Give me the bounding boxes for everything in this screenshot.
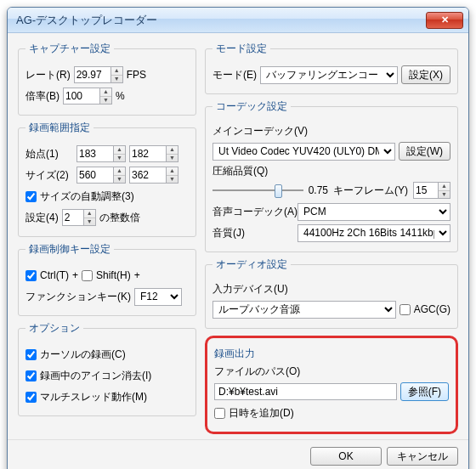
path-input[interactable]	[214, 383, 397, 400]
quality-value: 0.75	[309, 184, 328, 196]
size-h-input[interactable]	[129, 167, 167, 184]
main-codec-label: メインコーデック(V)	[212, 124, 450, 138]
start-y-input[interactable]	[129, 145, 167, 162]
codec-group: コーデック設定 メインコーデック(V) Ut Video Codec YUV42…	[205, 99, 458, 252]
setting-spinner[interactable]: ▲▼	[84, 209, 96, 226]
close-button[interactable]: ✕	[426, 12, 463, 29]
date-checkbox-label[interactable]: 日時を追加(D)	[214, 406, 294, 421]
keyframe-input[interactable]	[413, 182, 439, 199]
scale-input[interactable]	[63, 88, 100, 105]
fn-select[interactable]: F12	[134, 288, 182, 306]
left-column: キャプチャー設定 レート(R) ▲▼ FPS 倍率(B) ▲▼ %	[18, 42, 196, 434]
multi-checkbox-label[interactable]: マルチスレッド動作(M)	[26, 390, 147, 404]
window-title: AG-デスクトップレコーダー	[13, 13, 426, 28]
auto-size-checkbox-label[interactable]: サイズの自動調整(3)	[26, 189, 134, 204]
agc-checkbox-label[interactable]: AGC(G)	[400, 303, 450, 315]
rate-input[interactable]	[74, 66, 111, 83]
shift-checkbox-label[interactable]: Shift(H)	[82, 269, 131, 281]
shift-text: Shift(H)	[96, 269, 131, 281]
path-label: ファイルのパス(O)	[214, 364, 449, 379]
scale-spinner[interactable]: ▲▼	[100, 88, 112, 105]
size-w-input[interactable]	[76, 167, 114, 184]
mode-label: モード(E)	[212, 68, 257, 82]
setting-label: 設定(4)	[26, 211, 59, 225]
output-legend: 録画出力	[214, 347, 449, 361]
icon-checkbox[interactable]	[26, 370, 37, 381]
mode-select[interactable]: バッファリングエンコード	[260, 66, 398, 84]
mode-group: モード設定 モード(E) バッファリングエンコード 設定(X)	[205, 42, 458, 94]
input-device-select[interactable]: ループバック音源	[212, 301, 396, 319]
ctrl-text: Ctrl(T)	[40, 269, 69, 281]
start-x-input[interactable]	[76, 145, 114, 162]
mode-legend: モード設定	[212, 42, 270, 56]
icon-text: 録画中のアイコン消去(I)	[40, 369, 151, 383]
start-y-spinner[interactable]: ▲▼	[167, 145, 178, 162]
dialog-window: AG-デスクトップレコーダー ✕ キャプチャー設定 レート(R) ▲▼ FPS …	[7, 7, 469, 469]
cursor-text: カーソルの録画(C)	[40, 348, 126, 362]
plus-1: +	[72, 269, 78, 281]
main-codec-select[interactable]: Ut Video Codec YUV420 (ULY0) DMO x86	[212, 143, 395, 161]
ctrl-checkbox[interactable]	[26, 270, 37, 281]
audio-codec-label: 音声コーデック(A)	[212, 205, 294, 219]
mode-settings-button[interactable]: 設定(X)	[401, 65, 450, 84]
start-x-spinner[interactable]: ▲▼	[114, 145, 126, 162]
control-legend: 録画制御キー設定	[26, 242, 114, 257]
dialog-button-bar: OK キャンセル	[8, 439, 468, 469]
range-group: 録画範囲指定 始点(1) ▲▼ ▲▼ サイズ(2) ▲▼ ▲▼ サイズの自動調整…	[18, 121, 196, 237]
cancel-button[interactable]: キャンセル	[387, 447, 458, 466]
capture-legend: キャプチャー設定	[26, 42, 114, 56]
keyframe-spinner[interactable]: ▲▼	[439, 182, 450, 199]
titlebar[interactable]: AG-デスクトップレコーダー ✕	[8, 8, 468, 33]
control-key-group: 録画制御キー設定 Ctrl(T) + Shift(H) + ファンクションキー(…	[18, 242, 196, 316]
cursor-checkbox-label[interactable]: カーソルの録画(C)	[26, 348, 126, 362]
auto-size-text: サイズの自動調整(3)	[40, 189, 134, 204]
input-device-label: 入力デバイス(U)	[212, 282, 450, 297]
size-label: サイズ(2)	[26, 168, 73, 183]
setting-suffix: の整数倍	[99, 211, 140, 225]
shift-checkbox[interactable]	[82, 270, 93, 281]
size-w-spinner[interactable]: ▲▼	[114, 167, 126, 184]
option-group: オプション カーソルの録画(C) 録画中のアイコン消去(I)	[18, 321, 196, 416]
output-highlight: 録画出力 ファイルのパス(O) 参照(F) 日時を追加(D)	[205, 336, 458, 434]
browse-button[interactable]: 参照(F)	[400, 382, 449, 401]
agc-text: AGC(G)	[414, 303, 450, 315]
rate-unit: FPS	[127, 69, 146, 81]
multi-checkbox[interactable]	[26, 392, 37, 403]
cursor-checkbox[interactable]	[26, 349, 37, 360]
scale-label: 倍率(B)	[26, 89, 60, 104]
quality-slider[interactable]	[212, 182, 303, 199]
audio-legend: オーディオ設定	[212, 257, 291, 272]
plus-2: +	[134, 269, 140, 281]
scale-unit: %	[116, 90, 125, 102]
rate-label: レート(R)	[26, 68, 71, 82]
agc-checkbox[interactable]	[400, 304, 411, 315]
option-legend: オプション	[26, 321, 83, 336]
setting-input[interactable]	[62, 209, 84, 226]
date-checkbox[interactable]	[214, 408, 225, 419]
ok-button[interactable]: OK	[310, 447, 382, 466]
codec-legend: コーデック設定	[212, 99, 291, 114]
fn-label: ファンクションキー(K)	[26, 290, 131, 304]
multi-text: マルチスレッド動作(M)	[40, 390, 147, 404]
auto-size-checkbox[interactable]	[26, 191, 37, 202]
codec-settings-button[interactable]: 設定(W)	[399, 142, 450, 161]
ctrl-checkbox-label[interactable]: Ctrl(T)	[26, 269, 69, 281]
right-column: モード設定 モード(E) バッファリングエンコード 設定(X) コーデック設定 …	[205, 42, 458, 434]
capture-settings-group: キャプチャー設定 レート(R) ▲▼ FPS 倍率(B) ▲▼ %	[18, 42, 196, 116]
dialog-content: キャプチャー設定 レート(R) ▲▼ FPS 倍率(B) ▲▼ %	[8, 33, 468, 439]
size-h-spinner[interactable]: ▲▼	[167, 167, 178, 184]
rate-spinner[interactable]: ▲▼	[111, 66, 123, 83]
quality2-label: 音質(J)	[212, 226, 294, 240]
audio-group: オーディオ設定 入力デバイス(U) ループバック音源 AGC(G)	[205, 257, 458, 329]
audio-codec-select[interactable]: PCM	[298, 203, 450, 221]
icon-checkbox-label[interactable]: 録画中のアイコン消去(I)	[26, 369, 151, 383]
start-label: 始点(1)	[26, 147, 73, 161]
date-text: 日時を追加(D)	[229, 406, 294, 421]
quality-label: 圧縮品質(Q)	[212, 164, 450, 178]
quality2-select[interactable]: 44100Hz 2Ch 16Bits 1411kbps	[298, 224, 450, 242]
range-legend: 録画範囲指定	[26, 121, 94, 135]
keyframe-label: キーフレーム(Y)	[333, 184, 408, 198]
